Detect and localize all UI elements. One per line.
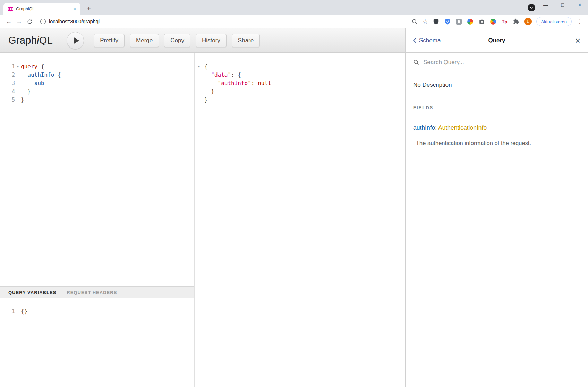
field-description: The authentication information of the re… <box>416 140 580 146</box>
extensions-puzzle-icon[interactable] <box>513 18 520 25</box>
url-text[interactable]: localhost:3000/graphql <box>49 19 100 24</box>
tab-query-variables[interactable]: QUERY VARIABLES <box>8 290 56 295</box>
tp-extension-icon[interactable]: Tp <box>501 18 508 25</box>
profile-avatar[interactable]: L <box>524 18 532 25</box>
window-controls: — □ × <box>542 2 583 8</box>
camera-extension-icon[interactable] <box>478 18 485 25</box>
history-button[interactable]: History <box>196 34 227 47</box>
field-type-link[interactable]: AuthenticationInfo <box>438 124 487 131</box>
doc-back-link[interactable]: Schema <box>413 37 441 44</box>
close-button[interactable]: × <box>576 2 583 8</box>
line-number: 3 <box>12 79 15 87</box>
update-button[interactable]: Aktualisieren <box>536 17 572 26</box>
blue-shield-extension-icon[interactable] <box>444 18 451 25</box>
fold-spacer <box>198 79 204 87</box>
code-text: } <box>21 87 31 96</box>
code-line: ▾{ <box>198 62 405 71</box>
fold-spacer <box>198 96 204 104</box>
zoom-icon[interactable] <box>411 18 418 25</box>
merge-button[interactable]: Merge <box>130 34 159 47</box>
doc-content: No Description FIELDS authInfo: Authenti… <box>406 72 588 155</box>
back-icon[interactable]: ← <box>3 18 14 25</box>
fold-spacer <box>15 96 21 104</box>
code-text: query { <box>21 62 44 71</box>
line-number-gutter: 1▾ <box>0 62 21 71</box>
doc-close-icon[interactable]: × <box>575 36 580 45</box>
fields-heading: FIELDS <box>413 105 580 110</box>
shield-extension-icon[interactable] <box>433 18 440 25</box>
copy-button[interactable]: Copy <box>164 34 190 47</box>
fold-spacer <box>198 71 204 79</box>
line-number-gutter: 4 <box>0 87 21 96</box>
address-bar-right: ☆ <box>411 17 583 26</box>
chevron-down-icon <box>530 7 533 9</box>
search-icon <box>413 59 419 66</box>
tab-request-headers[interactable]: REQUEST HEADERS <box>67 290 117 295</box>
code-text: {} <box>21 307 27 316</box>
doc-explorer: Query Schema × No Description FIELDS <box>405 28 588 387</box>
code-text: "authInfo": null <box>204 79 271 87</box>
new-tab-button[interactable]: + <box>85 4 93 12</box>
result-viewer: ▾{ "data": { "authInfo": null }} <box>198 62 405 104</box>
execute-button[interactable] <box>67 32 84 49</box>
query-pane: 1▾query {2 authInfo {3 sub4 }5} QUERY VA… <box>0 53 195 387</box>
code-text: } <box>204 87 214 96</box>
reload-icon[interactable] <box>24 19 35 25</box>
code-line: 5} <box>0 96 194 104</box>
graphiql-favicon-icon <box>8 6 13 12</box>
fold-spacer <box>15 87 21 96</box>
variables-header: QUERY VARIABLES REQUEST HEADERS <box>0 286 194 298</box>
fold-toggle-icon[interactable]: ▾ <box>198 62 204 71</box>
type-description: No Description <box>413 81 580 88</box>
code-line: 2 authInfo { <box>0 71 194 79</box>
variables-editor[interactable]: 1{} <box>0 298 194 387</box>
line-number-gutter: 5 <box>0 96 21 104</box>
play-icon <box>74 37 79 44</box>
code-text: } <box>204 96 208 104</box>
field-name-link[interactable]: authInfo <box>413 124 435 131</box>
code-line: } <box>198 96 405 104</box>
site-info-icon[interactable]: i <box>40 19 46 24</box>
bookmark-star-icon[interactable]: ☆ <box>423 18 428 25</box>
browser-tab[interactable]: GraphiQL × <box>3 3 80 15</box>
fold-toggle-icon[interactable]: ▾ <box>15 62 21 71</box>
address-bar: ← → i localhost:3000/graphql ☆ <box>0 15 588 28</box>
share-button[interactable]: Share <box>232 34 260 47</box>
code-line: } <box>198 87 405 96</box>
code-text: sub <box>21 79 44 87</box>
field-item: authInfo: AuthenticationInfo <box>413 124 580 131</box>
fold-spacer <box>15 71 21 79</box>
query-editor[interactable]: 1▾query {2 authInfo {3 sub4 }5} <box>0 53 194 286</box>
code-line: 1{} <box>0 307 194 316</box>
pinwheel-extension-icon[interactable] <box>467 18 474 25</box>
editor-area: 1▾query {2 authInfo {3 sub4 }5} QUERY VA… <box>0 53 405 387</box>
code-line: 4 } <box>0 87 194 96</box>
gray-extension-icon[interactable] <box>455 18 462 25</box>
colorwheel-extension-icon[interactable] <box>490 18 497 25</box>
code-text: } <box>21 96 24 104</box>
tab-search-button[interactable] <box>528 4 535 11</box>
graphiql-logo: GraphiQL <box>8 35 53 46</box>
graphiql-main: GraphiQL Prettify Merge Copy History Sha… <box>0 28 405 387</box>
fold-spacer <box>198 87 204 96</box>
code-line: "authInfo": null <box>198 79 405 87</box>
maximize-button[interactable]: □ <box>559 2 566 8</box>
code-text: { <box>204 62 208 71</box>
prettify-button[interactable]: Prettify <box>94 34 125 47</box>
forward-icon[interactable]: → <box>14 18 24 25</box>
line-number-gutter: 3 <box>0 79 21 87</box>
line-number: 4 <box>12 87 15 96</box>
code-line: 1▾query { <box>0 62 194 71</box>
code-line: 3 sub <box>0 79 194 87</box>
browser-menu-icon[interactable]: ⋮ <box>576 18 583 25</box>
graphiql-toolbar: GraphiQL Prettify Merge Copy History Sha… <box>0 28 405 53</box>
tab-close-icon[interactable]: × <box>71 6 78 12</box>
code-text: "data": { <box>204 71 241 79</box>
doc-search-bar <box>406 53 588 72</box>
minimize-button[interactable]: — <box>542 2 549 8</box>
doc-search-input[interactable] <box>423 59 580 66</box>
line-number-gutter: 2 <box>0 71 21 79</box>
result-pane: ▾{ "data": { "authInfo": null }} <box>195 53 405 387</box>
toolbar-buttons: Prettify Merge Copy History Share <box>94 34 260 47</box>
browser-window: GraphiQL × + — □ × ← → i localhost:3000/… <box>0 0 588 387</box>
